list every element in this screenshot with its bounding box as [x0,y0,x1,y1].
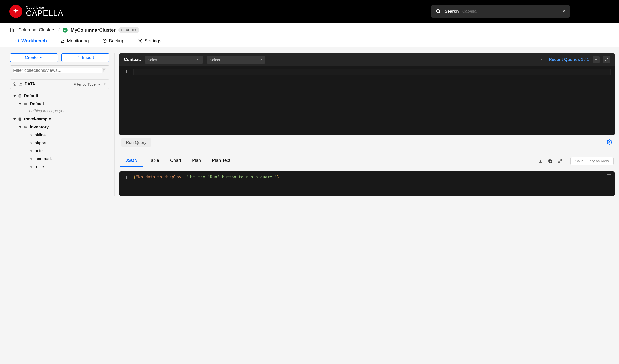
svg-point-20 [609,141,610,143]
svg-point-6 [13,29,14,30]
filter-icon[interactable] [103,82,107,87]
filter-by-type[interactable]: Filter by Type [73,82,96,86]
prev-query-button[interactable] [538,56,545,63]
status-badge: HEALTHY [118,27,139,33]
collection-hotel[interactable]: hotel [28,147,109,155]
tab-backup[interactable]: Backup [102,38,124,47]
svg-marker-10 [13,95,16,97]
braces-icon [15,39,19,43]
svg-line-1 [439,12,440,13]
svg-marker-12 [19,103,21,105]
clock-icon [102,39,107,43]
query-editor: Context: Select... Select... Recent Quer… [119,53,615,135]
import-button[interactable]: Import [61,53,109,62]
bucket-travel-sample[interactable]: travel-sample [13,115,109,123]
create-button[interactable]: Create [10,53,58,62]
result-tab-table[interactable]: Table [149,155,159,167]
expand-icon[interactable] [558,159,562,163]
svg-rect-2 [10,29,11,32]
chart-line-icon [60,39,65,43]
folder-icon [23,125,28,129]
context-select-2[interactable]: Select... [207,56,265,64]
collection-route[interactable]: route [28,163,109,171]
result-json: {"No data to display":"Hit the 'Run' but… [133,171,615,196]
data-tree: Default Default nothing in scope yet tra… [10,92,109,171]
chevron-down-icon [39,56,43,59]
svg-point-0 [436,9,440,12]
chevron-down-icon[interactable] [97,82,101,86]
result-tab-chart[interactable]: Chart [170,155,181,167]
svg-marker-15 [19,126,21,128]
filter-collections-input[interactable] [10,65,109,75]
recent-queries-link[interactable]: Recent Queries 1 / 1 [549,57,589,62]
close-icon[interactable]: ✕ [562,9,565,14]
svg-line-18 [607,58,608,59]
filter-icon[interactable] [102,68,106,73]
brand-logo[interactable]: Couchbase CAPELLA [9,5,63,18]
breadcrumb-cluster-name[interactable]: MyColumnarCluster [71,27,116,33]
svg-line-25 [559,161,560,162]
add-query-button[interactable] [593,56,600,63]
save-query-as-view-button[interactable]: Save Query as View [570,157,614,165]
empty-scope-label: nothing in scope yet [28,108,109,115]
svg-line-19 [605,60,606,61]
svg-point-14 [19,118,21,119]
plus-icon [594,58,598,61]
folder-outline-icon [28,141,32,145]
bucket-default[interactable]: Default [13,92,109,100]
result-tabs: JSON Table Chart Plan Plan Text Save Que… [119,155,615,167]
svg-point-11 [19,94,21,95]
resize-handle[interactable] [607,174,611,175]
gear-icon [607,139,612,145]
scope-default[interactable]: Default [19,100,109,108]
svg-point-8 [140,40,141,42]
run-query-button[interactable]: Run Query [121,138,151,147]
expand-editor-button[interactable] [603,56,610,63]
context-select-1[interactable]: Select... [145,56,203,64]
result-tab-json[interactable]: JSON [125,155,138,167]
context-label: Context: [124,57,141,62]
breadcrumb-root[interactable]: Columnar Clusters [18,27,55,33]
result-tab-plan-text[interactable]: Plan Text [212,155,230,167]
folder-outline-icon [28,157,32,161]
folder-outline-icon [28,165,32,169]
result-line-number: 1 [119,171,133,196]
brand-sparkle-icon [9,5,22,18]
caret-down-icon [13,118,16,120]
tab-monitoring[interactable]: Monitoring [60,38,89,47]
copy-icon[interactable] [548,159,552,163]
database-icon [18,94,22,98]
svg-rect-3 [12,28,12,32]
download-icon[interactable] [538,159,542,163]
global-search[interactable]: Search ✕ [431,5,570,18]
main-tabs: Workbench Monitoring Backup Settings [0,33,619,47]
chevron-down-icon [197,58,200,61]
workbench-main: Context: Select... Select... Recent Quer… [119,53,615,196]
breadcrumb: Columnar Clusters / MyColumnarCluster HE… [0,23,619,33]
folder-outline-icon [28,133,32,137]
chevron-down-icon [259,58,262,61]
check-circle-icon [63,28,68,33]
search-input[interactable] [462,9,565,14]
data-section-header[interactable]: DATA Filter by Type [10,79,109,89]
clusters-icon [10,28,15,32]
query-settings-button[interactable] [607,139,612,146]
collection-landmark[interactable]: landmark [28,155,109,163]
svg-line-24 [560,160,562,161]
tab-workbench[interactable]: Workbench [15,38,47,47]
folder-outline-icon [28,149,32,153]
svg-point-9 [13,83,16,86]
database-icon [18,117,22,121]
svg-rect-23 [549,160,552,163]
collection-airport[interactable]: airport [28,139,109,147]
collection-airline[interactable]: airline [28,131,109,139]
result-tab-plan[interactable]: Plan [192,155,201,167]
code-editor[interactable]: 1 [119,66,615,135]
search-label: Search [445,9,459,14]
tab-settings[interactable]: Settings [138,38,161,47]
scope-inventory[interactable]: inventory [19,123,109,131]
caret-down-icon [19,126,21,128]
sidebar: Create Import DATA Filter by Type Defaul… [10,53,109,196]
folder-icon [23,102,28,106]
svg-point-5 [10,28,11,29]
